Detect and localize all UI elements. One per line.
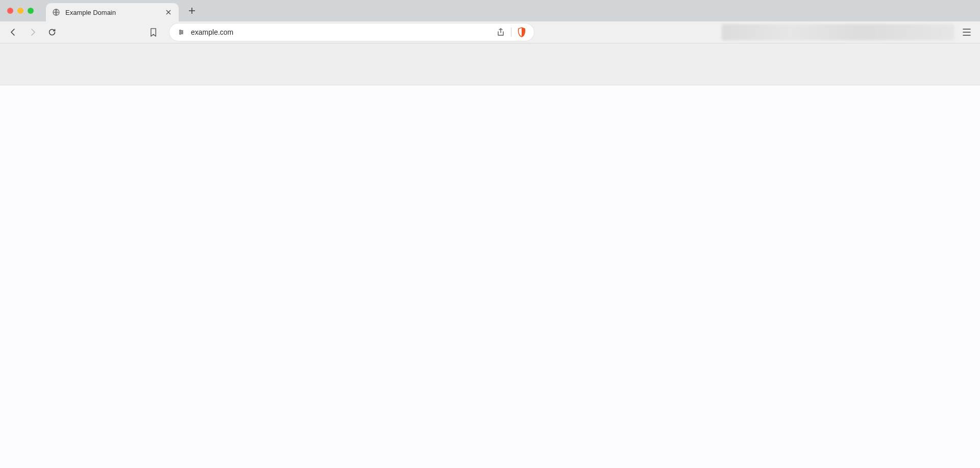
svg-point-3 — [180, 33, 181, 35]
share-button[interactable] — [496, 27, 506, 37]
site-settings-icon[interactable] — [177, 28, 186, 37]
svg-point-1 — [180, 30, 181, 32]
reload-button[interactable] — [45, 25, 59, 39]
toolbar: example.com — [0, 21, 980, 43]
tab-strip: Example Domain — [0, 0, 980, 21]
address-bar[interactable]: example.com — [169, 24, 534, 41]
page-content — [0, 85, 980, 468]
bookmark-button[interactable] — [146, 25, 160, 39]
svg-point-2 — [182, 32, 183, 33]
window-controls — [7, 8, 34, 14]
window-zoom-button[interactable] — [28, 8, 34, 14]
app-menu-button[interactable] — [960, 25, 974, 39]
browser-tab[interactable]: Example Domain — [46, 3, 179, 21]
globe-icon — [52, 8, 60, 16]
divider — [511, 28, 511, 37]
secondary-bar — [0, 43, 980, 85]
window-minimize-button[interactable] — [17, 8, 23, 14]
tab-close-button[interactable] — [164, 8, 173, 16]
forward-button — [26, 25, 40, 39]
brave-shields-button[interactable] — [517, 27, 527, 37]
window-close-button[interactable] — [7, 8, 13, 14]
url-text: example.com — [191, 28, 491, 36]
redacted-toolbar-area — [722, 24, 954, 40]
tab-title: Example Domain — [65, 9, 159, 16]
back-button[interactable] — [6, 25, 20, 39]
new-tab-button[interactable] — [185, 4, 199, 18]
